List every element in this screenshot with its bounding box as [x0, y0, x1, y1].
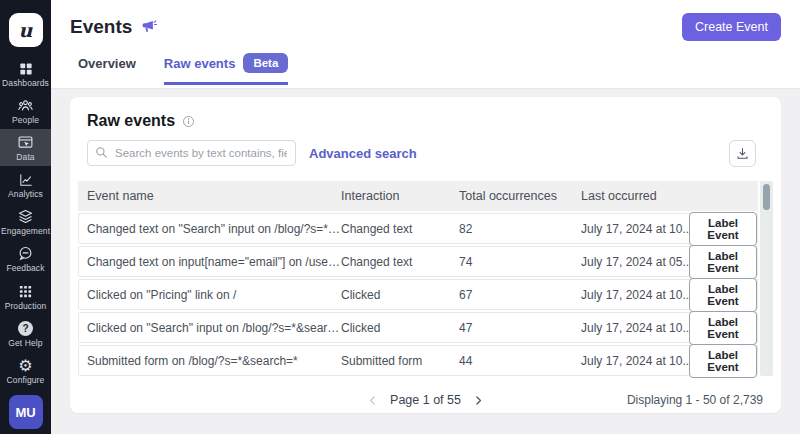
- column-header-event-name: Event name: [79, 189, 341, 203]
- cell-event-name: Changed text on input[name="email"] on /…: [79, 255, 341, 269]
- cell-interaction: Changed text: [341, 255, 459, 269]
- cell-total-occurrences: 74: [459, 255, 581, 269]
- label-event-button[interactable]: Label Event: [689, 311, 757, 345]
- table-header-row: Event name Interaction Total occurrences…: [78, 181, 758, 211]
- sidebar: u Dashboards People Data Analytics: [0, 0, 51, 434]
- user-avatar[interactable]: MU: [9, 395, 43, 429]
- table-footer: Page 1 of 55 Displaying 1 - 50 of 2,739: [78, 376, 773, 424]
- sidebar-item-label: Configure: [7, 375, 45, 385]
- sidebar-item-label: Dashboards: [2, 78, 49, 88]
- label-event-button[interactable]: Label Event: [689, 344, 757, 378]
- cell-interaction: Clicked: [341, 321, 459, 335]
- cell-interaction: Submitted form: [341, 354, 459, 368]
- download-icon: [735, 146, 750, 161]
- cell-total-occurrences: 47: [459, 321, 581, 335]
- events-table: Event name Interaction Total occurrences…: [78, 181, 773, 376]
- page-header: Events Create Event Overview Raw events …: [51, 0, 800, 89]
- sidebar-item-label: Get Help: [8, 338, 42, 348]
- sidebar-item-label: Analytics: [8, 189, 43, 199]
- advanced-search-link[interactable]: Advanced search: [309, 146, 417, 161]
- sidebar-item-dashboards[interactable]: Dashboards: [0, 55, 51, 92]
- sidebar-item-label: People: [12, 115, 39, 125]
- raw-events-card: Raw events Advanced search: [70, 97, 781, 413]
- cell-event-name: Changed text on "Search" input on /blog/…: [79, 222, 341, 236]
- cell-interaction: Changed text: [341, 222, 459, 236]
- table-scrollbar[interactable]: [760, 181, 773, 376]
- cell-last-occurred: July 17, 2024 at 10...: [581, 321, 689, 335]
- cell-event-name: Clicked on "Pricing" link on /: [79, 288, 341, 302]
- table-row[interactable]: Changed text on input[name="email"] on /…: [78, 246, 758, 277]
- search-input[interactable]: [87, 140, 296, 166]
- sidebar-item-get-help[interactable]: ? Get Help: [0, 315, 51, 352]
- export-button[interactable]: [729, 140, 756, 167]
- tab-bar: Overview Raw events Beta: [51, 53, 800, 85]
- gear-icon: ⚙: [18, 357, 32, 374]
- cell-total-occurrences: 82: [459, 222, 581, 236]
- label-event-button[interactable]: Label Event: [689, 278, 757, 312]
- column-header-interaction: Interaction: [341, 189, 459, 203]
- column-header-last-occurred: Last occurred: [581, 189, 689, 203]
- search-box: [87, 140, 296, 166]
- cell-last-occurred: July 17, 2024 at 10...: [581, 288, 689, 302]
- label-event-button[interactable]: Label Event: [689, 245, 757, 279]
- table-row[interactable]: Submitted form on /blog/?s=*&search=* Su…: [78, 345, 758, 376]
- cell-last-occurred: July 17, 2024 at 10...: [581, 354, 689, 368]
- displaying-count: Displaying 1 - 50 of 2,739: [627, 393, 763, 407]
- sidebar-item-configure[interactable]: ⚙ Configure: [0, 352, 51, 389]
- cell-total-occurrences: 67: [459, 288, 581, 302]
- cell-event-name: Clicked on "Search" input on /blog/?s=*&…: [79, 321, 341, 335]
- engagement-icon: [17, 208, 34, 225]
- search-icon: [94, 145, 109, 164]
- sidebar-item-label: Production: [5, 301, 47, 311]
- sidebar-item-label: Feedback: [6, 263, 44, 273]
- analytics-icon: [18, 171, 34, 188]
- prev-page-icon[interactable]: [367, 395, 378, 406]
- userpilot-logo[interactable]: u: [9, 13, 43, 47]
- cell-event-name: Submitted form on /blog/?s=*&search=*: [79, 354, 341, 368]
- scrollbar-thumb[interactable]: [763, 184, 770, 210]
- tab-raw-events[interactable]: Raw events Beta: [164, 53, 288, 85]
- production-icon: [18, 283, 33, 300]
- main-area: Events Create Event Overview Raw events …: [51, 0, 800, 434]
- announcement-icon[interactable]: [141, 18, 158, 38]
- table-row[interactable]: Changed text on "Search" input on /blog/…: [78, 213, 758, 244]
- app-root: u Dashboards People Data Analytics: [0, 0, 800, 434]
- data-icon: [17, 134, 34, 151]
- info-icon[interactable]: [182, 115, 195, 128]
- tab-overview[interactable]: Overview: [78, 53, 136, 85]
- create-event-button[interactable]: Create Event: [682, 13, 781, 41]
- sidebar-item-production[interactable]: Production: [0, 278, 51, 315]
- sidebar-item-analytics[interactable]: Analytics: [0, 166, 51, 203]
- label-event-button[interactable]: Label Event: [689, 212, 757, 246]
- cell-last-occurred: July 17, 2024 at 10...: [581, 222, 689, 236]
- sidebar-item-data[interactable]: Data: [0, 129, 51, 166]
- tab-label: Raw events: [164, 56, 236, 71]
- sidebar-item-label: Engagement: [1, 226, 50, 236]
- sidebar-item-feedback[interactable]: Feedback: [0, 240, 51, 277]
- cell-total-occurrences: 44: [459, 354, 581, 368]
- column-header-total-occurrences: Total occurrences: [459, 189, 581, 203]
- next-page-icon[interactable]: [473, 395, 484, 406]
- help-icon: ?: [18, 320, 33, 337]
- table-row[interactable]: Clicked on "Search" input on /blog/?s=*&…: [78, 312, 758, 343]
- dashboards-icon: [18, 60, 34, 77]
- tab-label: Overview: [78, 56, 136, 71]
- sidebar-item-label: Data: [16, 152, 34, 162]
- sidebar-item-engagement[interactable]: Engagement: [0, 203, 51, 240]
- cell-last-occurred: July 17, 2024 at 05...: [581, 255, 689, 269]
- card-title: Raw events: [87, 112, 175, 130]
- page-title: Events: [70, 16, 132, 38]
- cell-interaction: Clicked: [341, 288, 459, 302]
- people-icon: [17, 97, 34, 114]
- sidebar-item-people[interactable]: People: [0, 92, 51, 129]
- table-row[interactable]: Clicked on "Pricing" link on / Clicked 6…: [78, 279, 758, 310]
- beta-badge: Beta: [243, 53, 288, 73]
- content-area: Raw events Advanced search: [51, 89, 800, 434]
- logo-letter: u: [19, 19, 33, 41]
- pagination-label: Page 1 of 55: [390, 393, 461, 407]
- feedback-icon: [17, 245, 34, 262]
